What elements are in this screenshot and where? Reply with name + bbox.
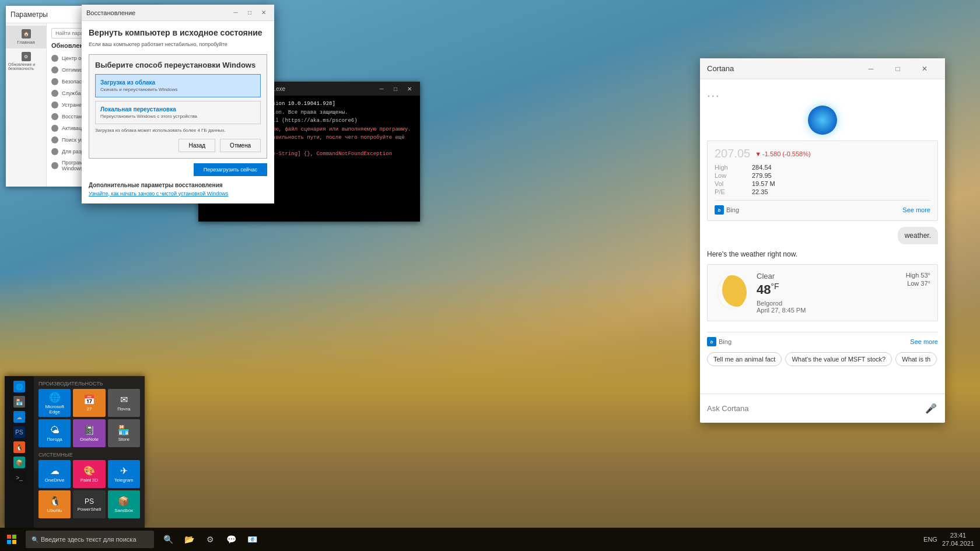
- taskbar-right-area: ENG 23:41 27.04.2021: [923, 531, 980, 548]
- tile-store[interactable]: 🏪 Store: [108, 419, 140, 447]
- suggestion-chip-1[interactable]: Tell me an animal fact: [707, 352, 782, 366]
- tile-onedrive[interactable]: ☁ OneDrive: [38, 460, 71, 488]
- weather-condition: Clear: [757, 272, 899, 280]
- start-terminal-icon[interactable]: >_: [9, 472, 30, 483]
- stock-see-more[interactable]: See more: [902, 206, 930, 213]
- tile-ubuntu[interactable]: 🐧 Ubuntu: [38, 490, 71, 518]
- start-powershell-icon[interactable]: PS: [9, 426, 30, 438]
- tile-weather[interactable]: 🌤 Погода: [38, 419, 71, 447]
- windows-update-icon: [51, 55, 58, 62]
- recovery-option-cloud[interactable]: Загрузка из облака Скачать и переустанов…: [95, 74, 261, 97]
- start-button[interactable]: [0, 528, 23, 551]
- cortana-minimize-btn[interactable]: ─: [858, 58, 884, 79]
- tile-onenote[interactable]: 📓 OneNote: [73, 419, 105, 447]
- suggestion-chip-2[interactable]: What's the value of MSFT stock?: [785, 352, 892, 366]
- taskbar-icon-2[interactable]: 📂: [180, 530, 198, 549]
- weather-card: Clear 48°F Belgorod April 27, 8:45 PM Hi…: [707, 264, 938, 321]
- start-store-icon[interactable]: 🏪: [9, 396, 30, 408]
- sidebar-item-update[interactable]: ⚙ Обновление и безопасность: [6, 48, 46, 74]
- tile-powershell-label: PowerShell: [78, 507, 101, 512]
- cortana-body: ... 207.05 ▼ -1.580 (-0.558%) High 284.5…: [700, 79, 945, 394]
- recovery-desc: Если ваш компьютер работает нестабильно,…: [89, 41, 267, 48]
- additional-params-label: Дополнительные параметры восстановления: [89, 182, 267, 188]
- clean-install-link[interactable]: Узнайте, как начать заново с чистой уста…: [89, 191, 267, 196]
- recovery-close-btn[interactable]: ✕: [258, 7, 270, 19]
- start-sandbox-icon[interactable]: 📦: [9, 457, 30, 468]
- tile-edge-icon: 🌐: [49, 392, 61, 403]
- cortana-win-controls: ─ □ ✕: [858, 58, 938, 79]
- recovery-back-btn[interactable]: Назад: [178, 139, 215, 152]
- tile-edge-label: Microsoft Edge: [41, 404, 68, 415]
- tile-edge[interactable]: 🌐 Microsoft Edge: [38, 389, 71, 417]
- recovery-maximize-btn[interactable]: □: [244, 7, 256, 19]
- terminal-maximize-btn[interactable]: □: [390, 83, 401, 94]
- sandbox-icon: 📦: [13, 457, 25, 468]
- cortana-input-field[interactable]: [707, 404, 919, 413]
- recovery-option-local[interactable]: Локальная переустановка Переустановить W…: [95, 101, 261, 124]
- option-cloud-desc: Скачать и переустановить Windows: [100, 87, 256, 92]
- recovery-restart-btn[interactable]: Перезагрузить сейчас: [194, 163, 267, 176]
- taskbar-icon-5[interactable]: 📧: [243, 530, 261, 549]
- stock-vol-value: 19.57 M: [752, 180, 930, 187]
- start-section2-label: Системные: [38, 452, 140, 458]
- moon-shape: [718, 275, 747, 309]
- start-edge-icon[interactable]: 🌐: [9, 381, 30, 392]
- suggestion-chip-3[interactable]: What is th: [895, 352, 937, 366]
- tile-mail-icon: ✉: [120, 394, 128, 405]
- suggestions-row: Tell me an animal fact What's the value …: [707, 352, 938, 366]
- stock-card: 207.05 ▼ -1.580 (-0.558%) High 284.54 Lo…: [707, 141, 938, 221]
- taskbar-icon-4[interactable]: 💬: [222, 530, 240, 549]
- taskbar-language: ENG: [923, 536, 937, 543]
- cortana-maximize-btn[interactable]: □: [884, 58, 911, 79]
- svg-rect-3: [12, 540, 16, 544]
- recovery-icon: [51, 113, 58, 120]
- taskbar-icon-3[interactable]: ⚙: [201, 530, 219, 549]
- stock-price-row: 207.05 ▼ -1.580 (-0.558%): [715, 147, 930, 160]
- svg-rect-2: [7, 540, 11, 544]
- sidebar-item-home[interactable]: 🏠 Главная: [6, 26, 46, 48]
- terminal-win-controls: ─ □ ✕: [376, 83, 415, 94]
- dialog-title: Выберите способ переустановки Windows: [95, 61, 261, 69]
- svg-rect-0: [7, 535, 11, 539]
- sidebar-home-label: Главная: [17, 40, 34, 45]
- stock-pe-label: P/E: [715, 188, 750, 195]
- taskbar-search-box[interactable]: 🔍 Введите здесь текст для поиска: [26, 531, 154, 548]
- bing-brand: b Bing: [715, 205, 739, 215]
- start-ubuntu-icon[interactable]: 🐧: [9, 441, 30, 453]
- option-local-desc: Переустановить Windows с этого устройств…: [100, 114, 256, 119]
- delivery-icon: [51, 66, 58, 73]
- tile-calendar[interactable]: 📅 27: [73, 389, 105, 417]
- stock-bing-footer: b Bing See more: [715, 200, 930, 215]
- tile-sandbox[interactable]: 📦 Sandbox: [108, 490, 140, 518]
- tile-onedrive-icon: ☁: [50, 465, 60, 476]
- cortana-mic-icon[interactable]: 🎤: [924, 402, 938, 416]
- developer-icon: [51, 148, 58, 155]
- stock-pe-value: 22.35: [752, 188, 930, 195]
- taskbar-search-placeholder: Введите здесь текст для поиска: [41, 536, 136, 543]
- recovery-cancel-btn[interactable]: Отмена: [220, 139, 261, 152]
- tile-store-icon: 🏪: [118, 424, 130, 436]
- tile-telegram[interactable]: ✈ Telegram: [108, 460, 140, 488]
- store-icon: 🏪: [13, 396, 25, 408]
- start-onedrive-icon[interactable]: ☁: [9, 411, 30, 423]
- tile-calendar-icon: 📅: [83, 394, 95, 405]
- tile-mail[interactable]: ✉ Почта: [108, 389, 140, 417]
- tile-telegram-label: Telegram: [114, 478, 134, 483]
- taskbar-pinned-icons: 🔍 📂 ⚙ 💬 📧: [159, 530, 261, 549]
- cortana-spinner: [808, 106, 837, 135]
- edge-icon: 🌐: [13, 381, 25, 392]
- stock-change: ▼ -1.580 (-0.558%): [755, 150, 810, 157]
- weather-see-more[interactable]: See more: [910, 338, 938, 345]
- taskbar-icon-1[interactable]: 🔍: [159, 530, 177, 549]
- cortana-close-btn[interactable]: ✕: [911, 58, 938, 79]
- tile-sandbox-label: Sandbox: [115, 508, 134, 513]
- home-icon: 🏠: [22, 29, 31, 38]
- tile-paint3d[interactable]: 🎨 Paint 3D: [73, 460, 105, 488]
- settings-title: Параметры: [10, 10, 48, 19]
- settings-sidebar: 🏠 Главная ⚙ Обновление и безопасность: [6, 23, 47, 187]
- terminal-minimize-btn[interactable]: ─: [376, 83, 387, 94]
- terminal-close-btn[interactable]: ✕: [404, 83, 415, 94]
- recovery-minimize-btn[interactable]: ─: [230, 7, 242, 19]
- tile-powershell[interactable]: PS PowerShell: [73, 490, 105, 518]
- tiles-grid-system: ☁ OneDrive 🎨 Paint 3D ✈ Telegram 🐧 Ubunt…: [38, 460, 140, 518]
